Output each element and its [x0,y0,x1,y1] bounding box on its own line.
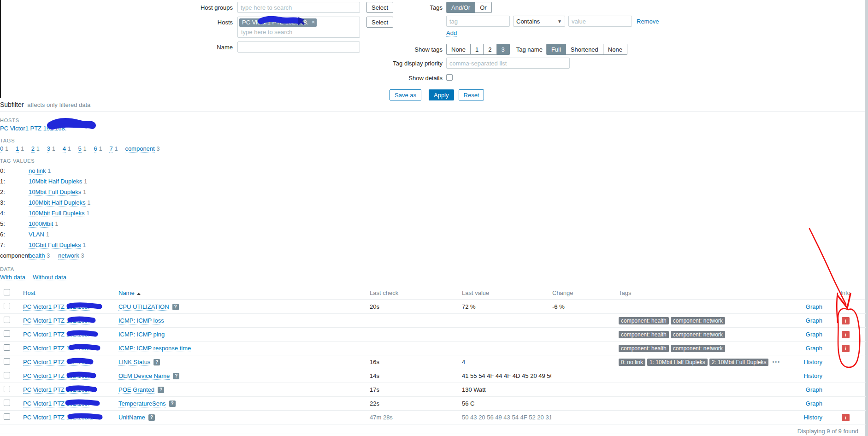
host-link[interactable]: PC Victor1 PTZ 192.168. [23,386,89,394]
row-checkbox[interactable] [4,400,10,406]
row-checkbox[interactable] [4,386,10,392]
item-name-link[interactable]: TemperatureSens [118,400,166,407]
subfilter-host-link[interactable]: PC Victor1 PTZ 192.168. [0,125,66,132]
item-name-link[interactable]: CPU UTILIZATION [118,303,169,311]
graph-link[interactable]: Graph [806,400,822,407]
column-header-host[interactable]: Host [17,286,118,300]
host-link[interactable]: PC Victor1 PTZ 192.168. [23,372,89,380]
tag-chip[interactable]: 0: no link [619,359,645,366]
item-name-link[interactable]: OEM Device Name [118,372,170,380]
selected-host-chip[interactable]: PC Victor1 PTZ 192.168. × [239,18,317,27]
tag-chip[interactable]: component: network [671,331,725,338]
tag-add-link[interactable]: Add [446,29,457,37]
host-link[interactable]: PC Victor1 PTZ 192.168. [23,303,89,311]
tag-chip[interactable]: component: health [619,317,669,324]
subfilter-tag-value-link[interactable]: no link [29,167,46,175]
subfilter-tag-value-link[interactable]: network [58,252,79,259]
tag-chip[interactable]: component: health [619,331,669,338]
tag-name-option-shortened[interactable]: Shortened [566,44,603,55]
item-name-link[interactable]: LINK Status [118,359,150,366]
info-error-icon[interactable]: i [842,414,850,421]
hosts-multiselect[interactable]: PC Victor1 PTZ 192.168. × type here to s… [237,17,360,38]
row-checkbox[interactable] [4,372,10,378]
row-checkbox[interactable] [4,413,10,420]
show-tags-option-2[interactable]: 2 [484,44,496,55]
tag-chip[interactable]: component: network [671,317,725,324]
help-hint-icon[interactable]: ? [173,373,179,379]
item-name-link[interactable]: ICMP: ICMP ping [118,331,165,338]
subfilter-tag-value-link[interactable]: 10Mbit Full Dupleks [29,189,81,196]
subfilter-tag-link[interactable]: 2 [31,145,35,153]
show-tags-option-3[interactable]: 3 [497,44,510,55]
row-checkbox[interactable] [4,303,10,309]
graph-link[interactable]: Graph [806,303,822,310]
apply-button[interactable]: Apply [429,89,454,100]
subfilter-tag-link[interactable]: component [125,145,154,153]
host-link[interactable]: PC Victor1 PTZ 192.168.1 [23,414,93,421]
host-link[interactable]: PC Victor1 PTZ 192.168. [23,317,89,324]
host-link[interactable]: PC Victor1 PTZ 192.168. [23,345,89,352]
help-hint-icon[interactable]: ? [158,387,164,393]
graph-link[interactable]: Graph [806,331,822,338]
graph-link[interactable]: Graph [806,386,822,393]
help-hint-icon[interactable]: ? [148,414,155,421]
item-name-link[interactable]: POE Granted [118,386,154,394]
tag-display-priority-input[interactable] [446,58,570,69]
item-name-link[interactable]: ICMP: ICMP loss [118,317,164,324]
subfilter-tag-value-link[interactable]: 100Mbit Half Dupleks [29,199,86,206]
help-hint-icon[interactable]: ? [154,359,160,365]
tag-chip[interactable]: 2: 10Mbit Full Dupleks [709,359,769,366]
tags-operator-option-or[interactable]: Or [475,2,491,13]
row-checkbox[interactable] [4,317,10,323]
save-as-button[interactable]: Save as [390,89,421,100]
row-checkbox[interactable] [4,358,10,365]
column-header-name[interactable]: Name [118,286,369,300]
history-link[interactable]: History [804,414,822,421]
tag-value-input[interactable] [568,16,632,27]
item-name-link[interactable]: ICMP: ICMP response time [118,345,191,352]
help-hint-icon[interactable]: ? [169,401,176,407]
tag-chip[interactable]: component: network [671,345,725,352]
subfilter-tag-value-link[interactable]: 1000Mbit [29,220,53,228]
subfilter-tag-link[interactable]: 0 [0,145,3,153]
info-error-icon[interactable]: i [842,345,850,352]
subfilter-tag-link[interactable]: 1 [16,145,19,153]
subfilter-tag-link[interactable]: 4 [63,145,66,153]
subfilter-tag-link[interactable]: 7 [109,145,112,153]
history-link[interactable]: History [804,359,822,365]
host-link[interactable]: PC Victor1 PTZ 192.168. [23,400,89,407]
subfilter-tag-value-link[interactable]: VLAN [29,231,44,238]
show-details-checkbox[interactable] [446,74,453,81]
info-error-icon[interactable]: i [842,317,850,324]
graph-link[interactable]: Graph [806,345,822,352]
subfilter-tag-link[interactable]: 3 [47,145,50,153]
subfilter-tag-value-link[interactable]: health [29,252,45,259]
info-error-icon[interactable]: i [842,331,850,338]
tags-operator-option-and-or[interactable]: And/Or [446,2,475,13]
subfilter-tag-link[interactable]: 5 [78,145,82,153]
item-name-link[interactable]: UnitName [118,414,145,421]
host-link[interactable]: PC Victor1 PTZ 192.168. [23,359,89,366]
reset-button[interactable]: Reset [459,89,484,100]
subfilter-tag-value-link[interactable]: 10Mbit Half Dupleks [29,178,82,185]
row-checkbox[interactable] [4,344,10,351]
tag-chip[interactable]: component: health [619,345,669,352]
remove-chip-icon[interactable]: × [312,18,315,25]
subfilter-tag-value-link[interactable]: 100Mbit Full Dupleks [29,210,84,217]
history-link[interactable]: History [804,372,822,379]
help-hint-icon[interactable]: ? [172,304,179,310]
graph-link[interactable]: Graph [806,317,822,324]
host-groups-input[interactable] [237,2,360,13]
subfilter-tag-value-link[interactable]: 10Gbit Full Dupleks [29,242,81,249]
tag-remove-link[interactable]: Remove [637,16,659,25]
tag-chip[interactable]: 1: 10Mbit Half Dupleks [647,359,708,366]
tag-name-input[interactable] [446,16,510,27]
show-tags-option-1[interactable]: 1 [471,44,484,55]
host-link[interactable]: PC Victor1 PTZ 192.168. [23,331,89,338]
subfilter-tag-link[interactable]: 6 [94,145,97,153]
name-input[interactable] [237,41,360,53]
row-checkbox[interactable] [4,330,10,337]
subfilter-data-link[interactable]: With data [0,274,25,281]
tag-operator-select[interactable]: Contains ▼ [513,16,565,27]
tag-name-option-none[interactable]: None [603,44,627,55]
